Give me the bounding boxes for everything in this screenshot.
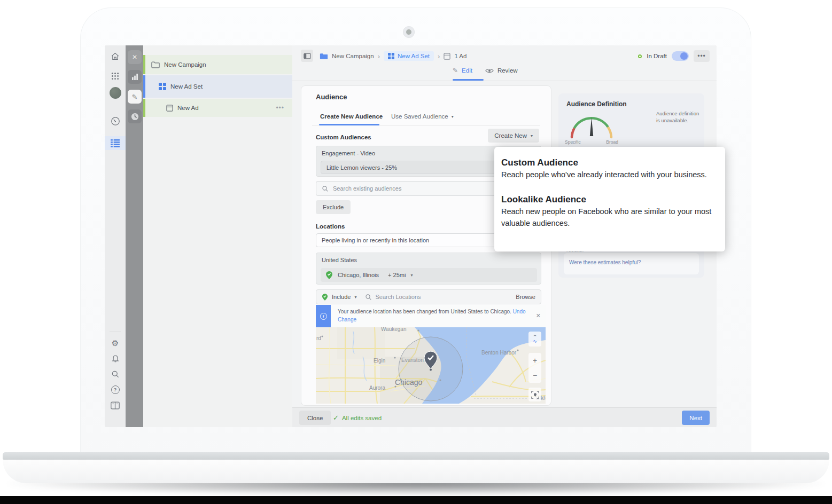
header-more-button[interactable]: ••• <box>694 50 710 62</box>
laptop-camera <box>403 26 415 38</box>
chart-bars-icon[interactable] <box>128 70 142 84</box>
search-icon <box>365 294 372 301</box>
delivery-gauge-icon[interactable] <box>105 114 126 128</box>
history-clock-icon[interactable] <box>128 109 142 123</box>
folder-icon <box>151 61 160 68</box>
locations-label: Locations <box>316 223 345 230</box>
account-avatar[interactable] <box>105 86 126 100</box>
ad-color-strip <box>143 99 145 117</box>
map-label-aurora: Aurora <box>369 385 385 391</box>
save-status-label: All edits saved <box>342 415 382 421</box>
chevron-down-icon[interactable]: ▾ <box>354 295 356 300</box>
check-icon: ✓ <box>333 414 339 422</box>
next-button[interactable]: Next <box>682 411 710 425</box>
close-button[interactable]: Close <box>299 411 331 425</box>
laptop-base <box>3 460 829 483</box>
audience-definition-gauge <box>565 111 618 139</box>
campaign-outline-panel: New Campaign New Ad Set New Ad ••• <box>143 45 292 427</box>
tab-use-saved-audience[interactable]: Use Saved Audience ▾ <box>391 113 454 120</box>
green-pin-icon <box>322 293 328 301</box>
outline-item-adset[interactable]: New Ad Set <box>143 75 292 98</box>
edit-pencil-icon[interactable]: ✎ <box>128 90 142 104</box>
custom-audiences-label: Custom Audiences <box>316 134 371 140</box>
campaign-color-strip <box>143 55 145 74</box>
chevron-down-icon: ▾ <box>410 273 413 278</box>
location-map[interactable]: Waukegan rd Elgin Evanston Benton Harbor… <box>316 327 546 404</box>
home-icon[interactable] <box>105 49 126 63</box>
breadcrumb-campaign[interactable]: New Campaign <box>332 53 374 59</box>
tab-create-new-audience[interactable]: Create New Audience <box>320 113 383 120</box>
location-changed-banner: i Your audience location has been change… <box>316 305 546 327</box>
include-search-row: Include ▾ Browse <box>316 289 541 304</box>
toggle-knob <box>680 52 688 60</box>
map-label-evanston: Evanston <box>401 357 424 363</box>
info-icon: i <box>316 305 331 327</box>
adset-grid-icon <box>388 53 394 59</box>
draft-status-label: In Draft <box>647 53 667 59</box>
ad-frame-icon <box>166 105 173 112</box>
editor-footer: Close ✓ All edits saved Next <box>292 407 717 427</box>
editor-header: New Campaign › New Ad Set › 1 Ad In Draf… <box>292 45 717 81</box>
apps-grid-icon[interactable] <box>105 69 126 83</box>
audience-title: Audience <box>316 93 347 101</box>
settings-gear-icon[interactable]: ⚙ <box>105 336 126 350</box>
location-group: United States Chicago, Illinois + 25mi ▾ <box>316 253 541 285</box>
outline-item-ad[interactable]: New Ad ••• <box>143 99 292 117</box>
search-icon <box>322 185 329 192</box>
location-radius-label[interactable]: + 25mi <box>388 272 406 278</box>
map-label-chicago: Chicago <box>395 378 423 387</box>
collapse-panel-icon[interactable] <box>301 50 313 62</box>
notifications-bell-icon[interactable] <box>105 352 126 366</box>
help-icon[interactable]: ? <box>105 383 126 397</box>
breadcrumb-adset-label: New Ad Set <box>398 53 430 59</box>
include-dropdown[interactable]: Include <box>332 294 351 300</box>
create-new-button[interactable]: Create New ▾ <box>488 129 539 143</box>
create-new-label: Create New <box>494 132 527 139</box>
header-right-controls: In Draft ••• <box>638 50 710 62</box>
map-label-rd: rd <box>316 335 321 341</box>
ad-frame-icon <box>444 53 450 60</box>
ad-more-icon[interactable]: ••• <box>276 104 284 112</box>
edit-review-tabs: ✎ Edit Review <box>453 67 518 74</box>
tab-edit[interactable]: ✎ Edit <box>453 67 472 74</box>
breadcrumb-adset[interactable]: New Ad Set <box>384 51 434 61</box>
search-locations-input[interactable] <box>376 294 512 300</box>
custom-audience-description: Reach people who've already interacted w… <box>501 169 717 181</box>
tab-review[interactable]: Review <box>485 67 518 74</box>
map-label-benton-harbor: Benton Harbor <box>481 350 517 356</box>
outline-ad-label: New Ad <box>177 105 199 111</box>
map-location-picker-button[interactable] <box>528 388 541 401</box>
search-icon[interactable] <box>105 367 126 381</box>
location-city-label: Chicago, Illinois <box>338 272 379 278</box>
draft-toggle[interactable] <box>672 51 689 61</box>
outline-item-campaign[interactable]: New Campaign <box>143 55 292 74</box>
breadcrumb-ad[interactable]: 1 Ad <box>454 53 466 59</box>
ads-table-icon[interactable] <box>105 136 126 150</box>
map-label-waukegan: Waukegan <box>381 327 406 332</box>
chevron-down-icon: ▾ <box>452 114 454 119</box>
location-chip[interactable]: Chicago, Illinois + 25mi ▾ <box>321 268 537 282</box>
browse-link[interactable]: Browse <box>516 294 535 300</box>
gauge-specific-label: Specific <box>565 139 581 145</box>
draft-status-dot-icon <box>638 54 642 58</box>
close-icon[interactable]: ✕ <box>128 50 142 64</box>
gauge-broad-label: Broad <box>606 139 618 145</box>
map-zoom-in-button[interactable]: + <box>528 353 541 368</box>
edit-tab-underline <box>453 79 484 81</box>
map-label-elgin: Elgin <box>374 358 385 364</box>
definition-unavailable-text: Audience definition is unavailable. <box>656 110 701 124</box>
page: ⚙ ? ✕ ✎ <box>0 0 832 504</box>
exclude-button[interactable]: Exclude <box>316 200 351 214</box>
breadcrumb-separator: › <box>378 52 380 60</box>
map-tilt-control[interactable]: ⌃∿ <box>528 332 541 346</box>
lookalike-audience-title: Lookalike Audience <box>501 194 717 205</box>
outline-adset-label: New Ad Set <box>170 83 203 90</box>
map-graphic: Waukegan rd Elgin Evanston Benton Harbor… <box>316 327 546 404</box>
breadcrumb: New Campaign › New Ad Set › 1 Ad <box>320 50 466 62</box>
banner-close-icon[interactable]: ✕ <box>536 312 541 320</box>
estimates-helpful-link[interactable]: Were these estimates helpful? <box>569 259 641 265</box>
map-zoom-out-button[interactable]: − <box>528 368 541 383</box>
outline-campaign-label: New Campaign <box>164 61 206 68</box>
editor-tool-rail: ✕ ✎ <box>126 45 143 427</box>
side-panel-icon[interactable] <box>105 398 126 412</box>
